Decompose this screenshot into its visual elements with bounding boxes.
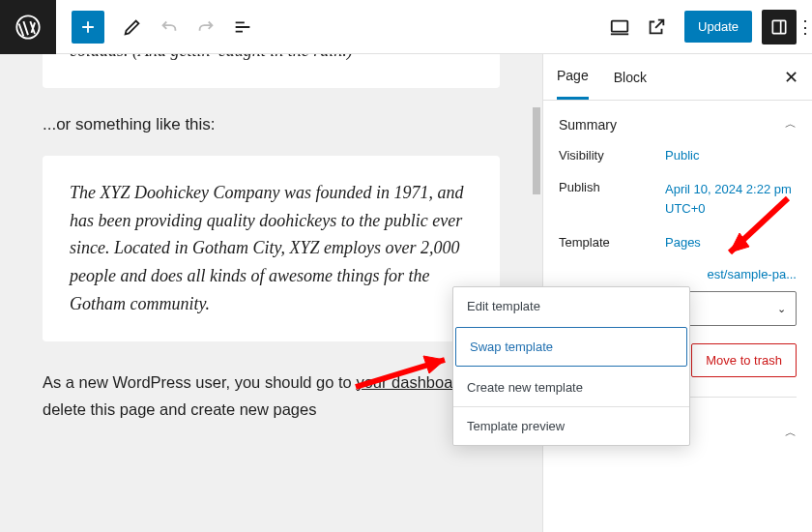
- template-preview-item[interactable]: Template preview: [453, 407, 689, 445]
- wordpress-logo[interactable]: [0, 0, 56, 54]
- visibility-label: Visibility: [559, 148, 665, 163]
- add-block-button[interactable]: [72, 11, 104, 44]
- chevron-up-icon: ︿: [785, 116, 797, 133]
- annotation-arrow: [348, 339, 464, 397]
- svg-rect-2: [772, 20, 785, 33]
- move-to-trash-button[interactable]: Move to trash: [691, 343, 797, 377]
- create-new-template-item[interactable]: Create new template: [453, 369, 689, 406]
- chevron-up-icon: ︿: [785, 425, 797, 441]
- tab-page[interactable]: Page: [557, 54, 589, 100]
- template-label: Template: [559, 235, 665, 250]
- chevron-down-icon: ⌄: [777, 303, 786, 315]
- settings-panel-toggle[interactable]: [762, 10, 797, 44]
- tab-block[interactable]: Block: [614, 56, 647, 99]
- edit-template-item[interactable]: Edit template: [453, 287, 689, 325]
- visibility-value[interactable]: Public: [665, 148, 699, 163]
- template-popover: Edit template Swap template Create new t…: [452, 286, 690, 446]
- device-preview-icon[interactable]: [601, 9, 638, 45]
- swap-template-item[interactable]: Swap template: [455, 327, 687, 367]
- update-button[interactable]: Update: [684, 11, 752, 43]
- annotation-arrow: [710, 189, 798, 276]
- publish-label: Publish: [559, 180, 665, 218]
- undo-icon[interactable]: [151, 9, 188, 45]
- more-options-icon[interactable]: ⋮: [797, 16, 806, 38]
- summary-section-header[interactable]: Summary ︿: [543, 101, 812, 148]
- template-value[interactable]: Pages: [665, 235, 701, 250]
- quote-block-2-text[interactable]: The XYZ Doohickey Company was founded in…: [70, 179, 473, 318]
- quote-block-1-text[interactable]: coladas. (And gettin' caught in the rain…: [70, 54, 473, 65]
- redo-icon[interactable]: [188, 9, 224, 45]
- paragraph-between[interactable]: ...or something like this:: [43, 115, 500, 134]
- close-sidebar-icon[interactable]: ✕: [784, 67, 798, 88]
- document-outline-icon[interactable]: [224, 9, 261, 45]
- svg-rect-1: [612, 20, 628, 31]
- edit-mode-icon[interactable]: [114, 9, 151, 45]
- external-preview-icon[interactable]: [638, 9, 675, 45]
